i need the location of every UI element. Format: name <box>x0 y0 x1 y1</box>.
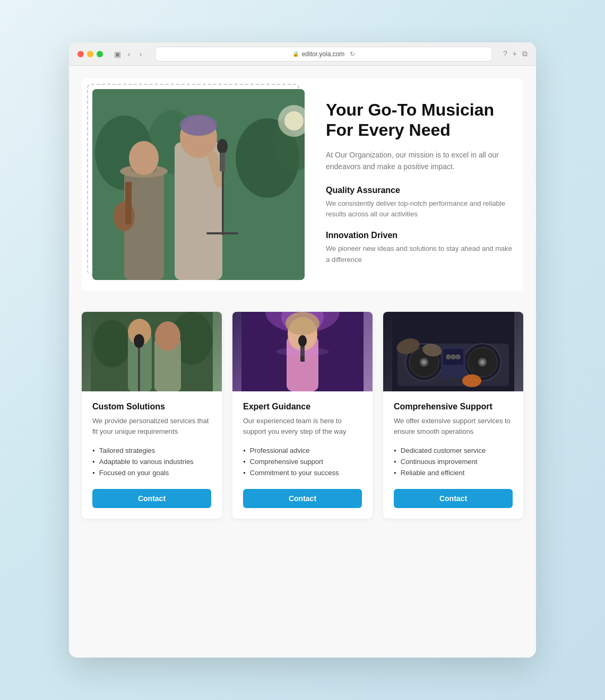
svg-point-52 <box>451 354 456 360</box>
hero-title: Your Go-To Musician For Every Need <box>326 100 513 141</box>
minimize-button[interactable] <box>87 51 93 57</box>
svg-rect-18 <box>220 153 225 171</box>
forward-icon[interactable]: › <box>137 50 144 58</box>
card-title-1: Custom Solutions <box>92 402 211 412</box>
browser-chrome: ▣ ‹ › 🔒 editor.yola.com ↻ ? + ⧉ <box>69 42 536 66</box>
list-item: Continuous improvement <box>394 456 513 467</box>
list-item: Professional advice <box>243 445 362 456</box>
hero-description: At Our Organization, our mission is to e… <box>326 149 513 173</box>
back-icon[interactable]: ‹ <box>125 50 133 58</box>
page-content: Your Go-To Musician For Every Need At Ou… <box>69 66 536 658</box>
card-title-3: Comprehensive Support <box>394 402 513 412</box>
lock-icon: 🔒 <box>292 51 299 57</box>
reload-icon: ↻ <box>350 50 355 58</box>
card-body-3: Comprehensive Support We offer extensive… <box>383 391 523 519</box>
svg-rect-19 <box>222 171 224 235</box>
list-item: Commitment to your success <box>243 467 362 478</box>
svg-rect-28 <box>138 344 140 391</box>
svg-point-27 <box>155 321 180 351</box>
hero-image-wrapper <box>92 89 305 280</box>
svg-point-17 <box>217 139 228 154</box>
card-list-1: Tailored strategies Adaptable to various… <box>92 445 211 478</box>
feature-quality-desc: We consistently deliver top-notch perfor… <box>326 198 513 221</box>
url-text: editor.yola.com <box>302 50 345 58</box>
card-image-2 <box>232 312 373 391</box>
list-item: Tailored strategies <box>92 445 211 456</box>
card-list-2: Professional advice Comprehensive suppor… <box>243 445 362 478</box>
svg-rect-12 <box>125 182 132 224</box>
card-desc-1: We provide personalized services that fi… <box>92 416 211 436</box>
svg-point-44 <box>422 360 426 364</box>
list-item: Comprehensive support <box>243 456 362 467</box>
card-image-1 <box>82 312 222 391</box>
hero-image <box>92 89 305 280</box>
card-desc-2: Our experienced team is here to support … <box>243 416 362 436</box>
feature-innovation-desc: We pioneer new ideas and solutions to st… <box>326 243 513 266</box>
svg-point-36 <box>298 335 307 347</box>
card-expert-guidance: Expert Guidance Our experienced team is … <box>232 312 373 519</box>
svg-point-48 <box>480 360 485 364</box>
browser-window: ▣ ‹ › 🔒 editor.yola.com ↻ ? + ⧉ <box>69 42 536 658</box>
maximize-button[interactable] <box>97 51 103 57</box>
hero-image-svg <box>92 89 305 280</box>
list-item: Dedicated customer service <box>394 445 513 456</box>
card-desc-3: We offer extensive support services to e… <box>394 416 513 436</box>
browser-nav: ▣ ‹ › <box>114 50 144 58</box>
card-comprehensive-support: Comprehensive Support We offer extensive… <box>383 312 523 519</box>
layout-icon: ▣ <box>114 50 121 58</box>
svg-point-29 <box>134 334 144 348</box>
svg-point-15 <box>180 115 217 136</box>
svg-point-53 <box>455 354 461 360</box>
card-custom-solutions: Custom Solutions We provide personalized… <box>82 312 222 519</box>
svg-point-10 <box>129 141 159 175</box>
more-icon[interactable]: ⧉ <box>522 49 528 58</box>
browser-actions: ? + ⧉ <box>503 49 528 58</box>
card-body-1: Custom Solutions We provide personalized… <box>82 391 222 519</box>
feature-quality: Quality Assurance We consistently delive… <box>326 186 513 221</box>
svg-point-38 <box>276 347 329 356</box>
contact-button-1[interactable]: Contact <box>92 489 211 508</box>
hero-section: Your Go-To Musician For Every Need At Ou… <box>82 78 523 291</box>
feature-quality-title: Quality Assurance <box>326 186 513 195</box>
svg-point-6 <box>284 111 304 130</box>
card-list-3: Dedicated customer service Continuous im… <box>394 445 513 478</box>
close-button[interactable] <box>77 51 84 57</box>
svg-point-51 <box>446 354 451 360</box>
feature-innovation-title: Innovation Driven <box>326 231 513 240</box>
hero-text: Your Go-To Musician For Every Need At Ou… <box>326 89 513 276</box>
svg-point-56 <box>462 374 481 387</box>
feature-innovation: Innovation Driven We pioneer new ideas a… <box>326 231 513 266</box>
card-body-2: Expert Guidance Our experienced team is … <box>232 391 373 519</box>
list-item: Reliable and efficient <box>394 467 513 478</box>
svg-point-22 <box>93 320 131 368</box>
card-title-2: Expert Guidance <box>243 402 362 412</box>
traffic-lights <box>77 51 103 57</box>
svg-rect-20 <box>206 232 238 234</box>
add-tab-icon[interactable]: + <box>513 49 517 58</box>
help-icon[interactable]: ? <box>503 49 507 58</box>
cards-section: Custom Solutions We provide personalized… <box>82 312 523 519</box>
contact-button-3[interactable]: Contact <box>394 489 513 508</box>
address-bar[interactable]: 🔒 editor.yola.com ↻ <box>155 47 492 62</box>
list-item: Adaptable to various industries <box>92 456 211 467</box>
svg-point-35 <box>286 312 319 335</box>
list-item: Focused on your goals <box>92 467 211 478</box>
card-image-3 <box>383 312 523 391</box>
contact-button-2[interactable]: Contact <box>243 489 362 508</box>
